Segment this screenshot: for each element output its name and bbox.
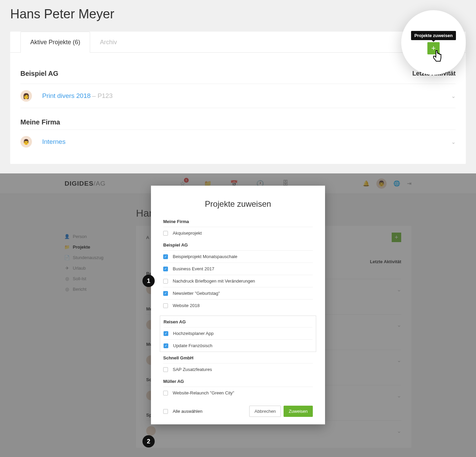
step-marker-2: 2 bbox=[142, 435, 155, 447]
project-checkbox-row[interactable]: Website-Relaunch "Green City" bbox=[163, 387, 313, 399]
modal-group-title: Meine Firma bbox=[163, 219, 313, 227]
select-all-checkbox[interactable] bbox=[163, 409, 168, 414]
project-checkbox-row[interactable]: ✓Newsletter "Geburtstag" bbox=[163, 287, 313, 300]
tab-active-projects[interactable]: Aktive Projekte (6) bbox=[20, 32, 90, 53]
project-checkbox-row[interactable]: Website 2018 bbox=[163, 300, 313, 311]
checkbox[interactable] bbox=[163, 367, 168, 372]
modal-group-title: Schnell GmbH bbox=[163, 355, 313, 363]
project-link[interactable]: Print divers 2018 bbox=[42, 92, 91, 99]
top-preview: Hans Peter Meyer Aktive Projekte (6) Arc… bbox=[0, 0, 476, 173]
select-all-row[interactable]: Alle auswählen bbox=[163, 409, 202, 414]
project-checkbox-row[interactable]: ✓Update Französisch bbox=[164, 340, 312, 352]
group-title-beispiel: Beispiel AG bbox=[20, 70, 58, 78]
project-checkbox-row[interactable]: Nachdruck Briefbogen mit Veränderungen bbox=[163, 275, 313, 287]
tabs: Aktive Projekte (6) Archiv bbox=[20, 32, 127, 52]
submit-button[interactable]: Zuweisen bbox=[284, 406, 313, 417]
modal-group-title: Beispiel AG bbox=[163, 242, 313, 251]
project-link[interactable]: Internes bbox=[42, 138, 66, 145]
zoom-circle: Projekte zuweisen + bbox=[401, 10, 466, 75]
checkbox[interactable]: ✓ bbox=[164, 331, 168, 336]
cursor-hand-icon bbox=[431, 50, 443, 66]
project-code: – P123 bbox=[92, 92, 113, 99]
tab-archive[interactable]: Archiv bbox=[90, 32, 127, 53]
project-checkbox-row[interactable]: ✓Hochzeitsplaner App bbox=[164, 327, 312, 340]
step-marker-1: 1 bbox=[142, 275, 155, 287]
modal-preview: DIGIDES/AG ☆5 📁 📅 🕐 🗄 🔔 👨 🌐 ⇥ 👤Person📁Pr… bbox=[0, 173, 476, 457]
checkbox[interactable] bbox=[163, 391, 168, 395]
checkbox[interactable] bbox=[163, 231, 168, 236]
project-checkbox-row[interactable]: ✓Business Event 2017 bbox=[163, 263, 313, 275]
projects-card: Aktive Projekte (6) Archiv Beispiel AG L… bbox=[10, 32, 466, 164]
modal-group-title: Müller AG bbox=[163, 379, 313, 387]
project-row[interactable]: 👩 Print divers 2018 – P123 ⌄ bbox=[20, 84, 456, 108]
project-row[interactable]: 👨 Internes ⌄ bbox=[20, 130, 456, 154]
checkbox[interactable]: ✓ bbox=[164, 343, 168, 348]
checkbox[interactable]: ✓ bbox=[163, 267, 168, 271]
avatar: 👩 bbox=[20, 90, 32, 102]
modal-group-title: Reisen AG bbox=[164, 319, 312, 327]
project-checkbox-row[interactable]: ✓Beispielprojekt Monatspauschale bbox=[163, 251, 313, 263]
cancel-button[interactable]: Abbrechen bbox=[249, 406, 281, 417]
modal-title: Projekte zuweisen bbox=[163, 199, 313, 209]
group-title-meinefirma: Meine Firma bbox=[20, 118, 456, 126]
project-checkbox-row[interactable]: Akquiseprojekt bbox=[163, 227, 313, 239]
chevron-down-icon[interactable]: ⌄ bbox=[451, 139, 456, 145]
page-title: Hans Peter Meyer bbox=[10, 7, 466, 21]
chevron-down-icon[interactable]: ⌄ bbox=[451, 93, 456, 99]
checkbox[interactable] bbox=[163, 279, 168, 284]
checkbox[interactable]: ✓ bbox=[163, 291, 168, 296]
checkbox[interactable]: ✓ bbox=[163, 254, 168, 259]
add-project-button[interactable]: + bbox=[427, 42, 440, 54]
avatar: 👨 bbox=[20, 136, 32, 148]
tooltip-assign-projects: Projekte zuweisen bbox=[411, 31, 456, 40]
project-checkbox-row[interactable]: SAP Zusatzfeatures bbox=[163, 363, 313, 375]
assign-projects-modal: Projekte zuweisen Meine FirmaAkquiseproj… bbox=[151, 186, 325, 424]
checkbox[interactable] bbox=[163, 303, 168, 308]
